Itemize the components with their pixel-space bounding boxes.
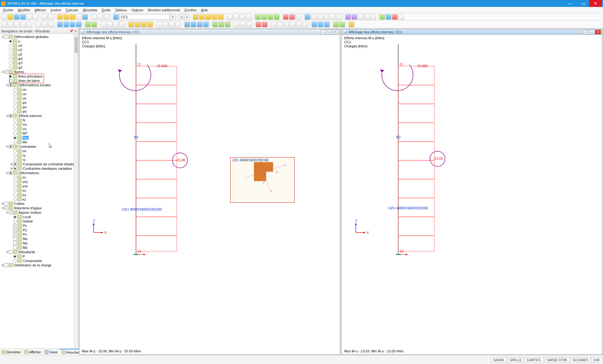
tree-row[interactable]: MT [0, 131, 78, 136]
tree-row[interactable]: φZ [0, 65, 78, 70]
tool-g[interactable] [98, 14, 103, 20]
tree-row[interactable]: εx [0, 175, 78, 179]
status-saisie[interactable]: SAISIE [491, 357, 506, 363]
t2-g[interactable] [42, 22, 47, 27]
view-right-body[interactable]: Efforts internes M-u [kNm] CC1 Charges [… [342, 35, 602, 354]
tree-row[interactable]: ⊞Distribution de la charge [0, 263, 78, 267]
tree-row[interactable]: ✓Py [0, 228, 78, 232]
menu-modifier[interactable]: Modifier [16, 8, 32, 13]
t2-q[interactable] [113, 22, 119, 27]
menu-tableau[interactable]: Tableau [113, 8, 129, 13]
tool-aj[interactable] [370, 14, 376, 20]
tree-row[interactable]: ✓Pz [0, 232, 78, 237]
tool-n[interactable] [218, 14, 224, 20]
maximize-button[interactable]: ▭ [577, 0, 589, 7]
t2-aq[interactable] [296, 22, 302, 27]
t2-c[interactable] [14, 22, 19, 27]
tree-row[interactable]: P [0, 254, 78, 259]
tree-row[interactable]: ⊟Déformations globales [0, 35, 78, 39]
t2-ae[interactable] [212, 22, 218, 27]
t2-au[interactable] [324, 22, 330, 27]
tool-redo[interactable] [48, 14, 54, 20]
tool-open[interactable] [8, 14, 13, 20]
tree-row[interactable]: φX [0, 56, 78, 61]
view-left-min[interactable]: — [320, 30, 326, 34]
t2-ah[interactable] [234, 22, 240, 27]
tool-d[interactable] [76, 14, 82, 20]
tree-row[interactable]: φx [0, 100, 78, 105]
t2-u[interactable] [141, 22, 147, 27]
tool-o[interactable] [227, 14, 233, 20]
tab-afficher[interactable]: Afficher [23, 349, 43, 355]
tool-k[interactable] [199, 14, 205, 20]
view-left-body[interactable]: Efforts internes M-y [kNm] CC1 Charges [… [79, 35, 340, 354]
tool-l[interactable] [205, 14, 211, 20]
tree-row[interactable]: uY [0, 48, 78, 52]
t2-d[interactable] [20, 22, 26, 27]
close-button[interactable]: ✕ [589, 0, 602, 7]
tool-c[interactable] [70, 14, 75, 20]
tool-w[interactable] [283, 14, 289, 20]
t2-ag[interactable] [225, 22, 231, 27]
tab-vues[interactable]: Vues [43, 349, 60, 355]
tree-row[interactable]: ⊟■Déformations [0, 171, 78, 175]
tree-row[interactable]: uv [0, 96, 78, 100]
tool-b[interactable] [63, 14, 69, 20]
view-right-title[interactable]: 📊 Affichage des efforts internes, CC1 — … [342, 29, 602, 35]
tree-row[interactable]: ✓Px [0, 223, 78, 228]
view-right-max[interactable]: ▭ [589, 30, 595, 34]
tree-row[interactable]: ⊟Résultante [0, 250, 78, 254]
tree-row[interactable]: N [0, 118, 78, 122]
tree-row[interactable]: u [0, 39, 78, 43]
tree-row[interactable]: Vv [0, 127, 78, 131]
t2-k[interactable] [70, 22, 75, 27]
tool-ac[interactable] [323, 14, 329, 20]
status-saisieob[interactable]: SAISIE D'OB. [545, 357, 570, 363]
tree-row[interactable]: Local [0, 215, 78, 219]
tool-ad[interactable] [330, 14, 335, 20]
tree-row[interactable]: Axes principaux [0, 74, 78, 78]
tree-row[interactable]: Mv [0, 140, 78, 144]
loadcase-combo[interactable]: CC1 [119, 14, 170, 20]
tool-q[interactable] [240, 14, 245, 20]
menu-options[interactable]: Options [129, 8, 145, 13]
tree-row[interactable]: κz [0, 197, 78, 201]
tool-y[interactable] [296, 14, 301, 20]
t2-ak[interactable] [256, 22, 261, 27]
tree-row[interactable]: ⊞■Composants de contrainte élastique [0, 162, 78, 166]
tool-z[interactable] [305, 14, 310, 20]
tool-m[interactable] [212, 14, 217, 20]
tool-ab[interactable] [317, 14, 323, 20]
t2-v[interactable] [147, 22, 153, 27]
menu-aide[interactable]: Aide [199, 8, 210, 13]
t2-ar[interactable] [302, 22, 308, 27]
menu-fenetre[interactable]: Fenêtre [183, 8, 198, 13]
tool-ak[interactable] [379, 14, 385, 20]
menu-afficher[interactable]: Afficher [33, 8, 48, 13]
t2-al[interactable] [262, 22, 268, 27]
tool-af[interactable] [345, 14, 351, 20]
t2-am[interactable] [271, 22, 277, 27]
tool-j[interactable] [193, 14, 198, 20]
t2-i[interactable] [57, 22, 63, 27]
tool-a[interactable] [57, 14, 63, 20]
view-right-min[interactable]: — [583, 30, 588, 34]
tree-row[interactable]: uu [0, 92, 78, 96]
status-cartes[interactable]: CARTES. [524, 357, 544, 363]
t2-an[interactable] [277, 22, 283, 27]
tree-row[interactable]: ⊞Critère [0, 201, 78, 206]
t2-b[interactable] [8, 22, 13, 27]
tree-row[interactable]: τy [0, 153, 78, 158]
t2-h[interactable] [48, 22, 54, 27]
t2-s[interactable] [128, 22, 134, 27]
t2-ax[interactable] [349, 22, 354, 27]
tool-v[interactable] [274, 14, 280, 20]
view-left-max[interactable]: ▭ [327, 30, 332, 34]
t2-w[interactable] [156, 22, 162, 27]
status-glignes[interactable]: GLIGNES [571, 357, 590, 363]
t2-a[interactable] [1, 22, 7, 27]
tree-row[interactable]: γxz [0, 184, 78, 188]
t2-t[interactable] [135, 22, 140, 27]
t2-ab[interactable] [191, 22, 196, 27]
tree-row[interactable]: Mu [0, 136, 78, 140]
